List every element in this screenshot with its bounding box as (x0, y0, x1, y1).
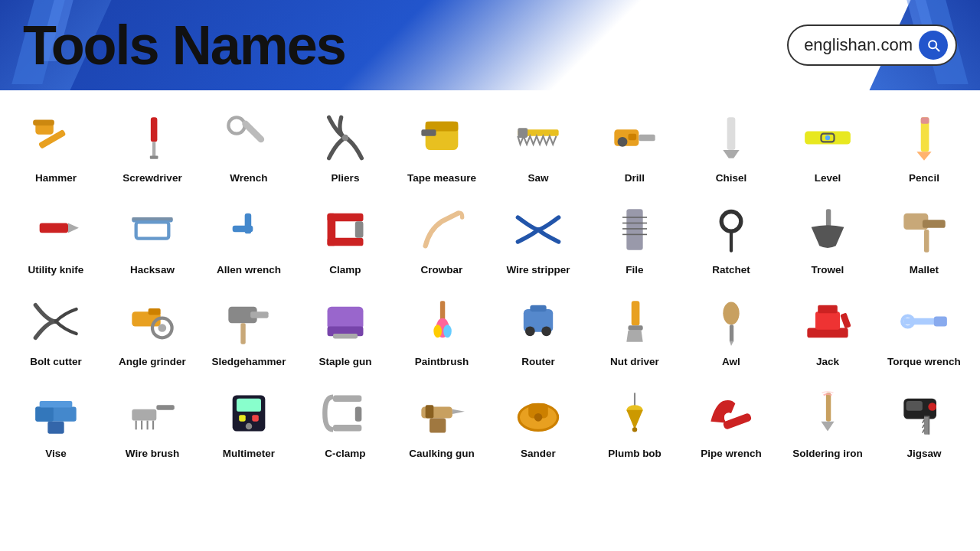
search-box[interactable]: englishan.com (787, 24, 957, 66)
tool-item-hacksaw: Hacksaw (104, 190, 201, 282)
search-icon (926, 37, 941, 53)
svg-point-22 (825, 135, 830, 140)
svg-rect-66 (632, 301, 640, 325)
svg-rect-32 (245, 214, 252, 234)
tool-name-multimeter: Multimeter (223, 448, 275, 461)
tool-name-mallet: Mallet (910, 264, 939, 277)
tool-item-ratchet: Ratchet (683, 190, 779, 282)
tool-item-bolt-cutter: Bolt cutter (8, 282, 104, 373)
svg-rect-91 (239, 415, 246, 422)
svg-point-50 (158, 324, 166, 332)
tool-item-wire-stripper: Wire stripper (490, 190, 586, 282)
tool-item-trowel: Trowel (779, 190, 876, 282)
tool-icon-tape-measure (417, 113, 466, 169)
tool-name-wire-stripper: Wire stripper (506, 264, 570, 277)
svg-rect-46 (923, 220, 946, 228)
tool-item-plumb-bob: Plumb bob (586, 373, 683, 465)
tool-icon-wire-brush (128, 389, 177, 445)
tool-name-crowbar: Crowbar (421, 264, 463, 277)
tool-name-angle-grinder: Angle grinder (119, 356, 186, 369)
tool-icon-sledgehammer (224, 297, 273, 353)
svg-rect-37 (626, 209, 642, 249)
svg-rect-98 (430, 419, 446, 433)
tool-icon-torque-wrench (900, 297, 949, 353)
tool-name-jigsaw: Jigsaw (906, 448, 941, 461)
svg-point-64 (541, 327, 551, 337)
tool-name-hacksaw: Hacksaw (130, 264, 175, 277)
svg-rect-70 (730, 324, 733, 342)
tool-name-chisel: Chisel (716, 172, 747, 185)
svg-rect-51 (149, 308, 161, 315)
tool-name-torque-wrench: Torque wrench (887, 356, 961, 369)
tool-name-c-clamp: C-clamp (325, 448, 365, 461)
tool-icon-crowbar (417, 205, 466, 261)
svg-point-61 (443, 324, 452, 337)
tool-icon-wire-stripper (514, 205, 563, 261)
svg-marker-71 (730, 341, 733, 346)
tool-item-hammer: Hammer (8, 98, 104, 190)
svg-point-8 (342, 135, 349, 142)
tool-item-saw: Saw (490, 98, 586, 190)
tool-name-pliers: Pliers (332, 172, 360, 185)
svg-marker-110 (821, 422, 834, 432)
tool-icon-soldering-iron (803, 389, 852, 445)
svg-marker-19 (723, 150, 739, 158)
tool-icon-jigsaw (900, 389, 949, 445)
tool-name-trowel: Trowel (812, 264, 844, 277)
svg-rect-74 (818, 305, 838, 314)
svg-rect-25 (921, 117, 929, 124)
svg-rect-82 (47, 422, 64, 434)
svg-point-69 (723, 302, 739, 325)
tool-name-bolt-cutter: Bolt cutter (30, 356, 82, 369)
svg-rect-2 (33, 120, 54, 126)
tool-icon-pipe-wrench (707, 389, 756, 445)
tool-icon-utility-knife (31, 205, 80, 261)
tool-icon-plumb-bob (610, 389, 659, 445)
tool-item-chisel: Chisel (683, 98, 779, 190)
svg-point-16 (618, 137, 628, 147)
tool-item-multimeter: Multimeter (201, 373, 297, 465)
svg-rect-26 (40, 223, 68, 233)
tool-name-hammer: Hammer (35, 172, 77, 185)
tool-icon-mallet (900, 205, 949, 261)
svg-rect-55 (328, 307, 364, 330)
svg-rect-15 (639, 135, 655, 142)
tool-item-pipe-wrench: Pipe wrench (683, 373, 779, 465)
tool-item-allen-wrench: Allen wrench (201, 190, 297, 282)
tool-name-staple-gun: Staple gun (318, 356, 371, 369)
tool-name-plumb-bob: Plumb bob (608, 448, 662, 461)
tool-item-crowbar: Crowbar (394, 190, 490, 282)
tool-icon-drill (610, 113, 659, 169)
tool-item-drill: Drill (586, 98, 683, 190)
svg-rect-11 (421, 129, 436, 136)
tool-item-mallet: Mallet (876, 190, 972, 282)
svg-rect-30 (136, 223, 169, 239)
svg-rect-99 (426, 405, 434, 418)
tool-name-wire-brush: Wire brush (126, 448, 179, 461)
tool-icon-caulking-gun (417, 389, 466, 445)
svg-marker-106 (626, 410, 642, 430)
tool-icon-awl (707, 297, 756, 353)
tool-icon-sander (514, 389, 563, 445)
svg-rect-43 (730, 230, 733, 253)
tool-item-staple-gun: Staple gun (297, 282, 394, 373)
tool-name-vise: Vise (45, 448, 67, 461)
svg-rect-94 (333, 396, 361, 403)
svg-rect-90 (237, 399, 261, 412)
tool-name-allen-wrench: Allen wrench (217, 264, 281, 277)
tool-name-clamp: Clamp (329, 264, 361, 277)
tool-name-caulking-gun: Caulking gun (409, 448, 475, 461)
tool-item-awl: Awl (683, 282, 779, 373)
search-button[interactable] (919, 31, 948, 60)
tool-name-drill: Drill (625, 172, 645, 185)
tool-item-file: File (586, 190, 683, 282)
svg-rect-109 (826, 393, 831, 421)
tool-name-utility-knife: Utility knife (28, 264, 84, 277)
svg-point-114 (928, 403, 936, 411)
svg-rect-47 (924, 230, 929, 253)
tool-icon-paintbrush (417, 297, 466, 353)
tool-item-paintbrush: Paintbrush (394, 282, 490, 373)
tool-item-nut-driver: Nut driver (586, 282, 683, 373)
tool-name-jack: Jack (816, 356, 839, 369)
tool-item-wire-brush: Wire brush (104, 373, 201, 465)
